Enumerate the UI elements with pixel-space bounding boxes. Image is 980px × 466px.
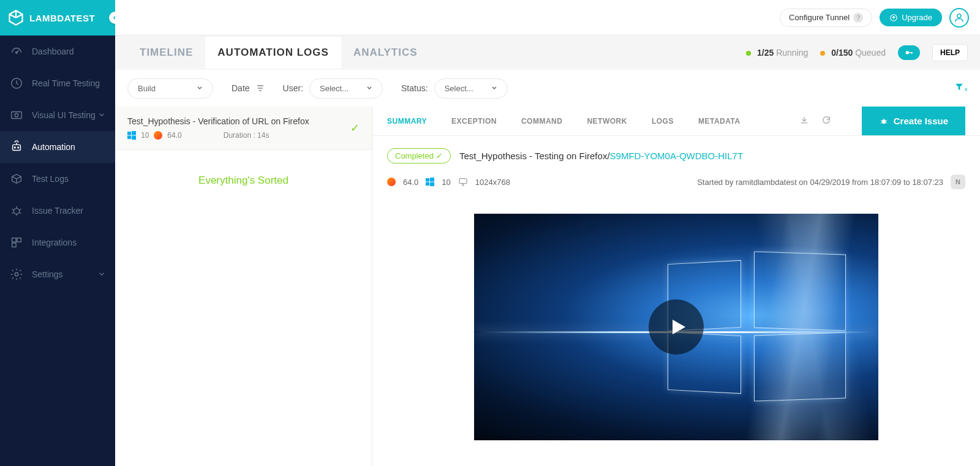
sort-icon [256, 84, 265, 92]
sidebar-item-label: Visual UI Testing [32, 110, 96, 120]
detail-tab-network[interactable]: NETWORK [587, 117, 627, 126]
n-badge: N [951, 175, 965, 189]
user-filter-label: User: [283, 83, 303, 93]
upgrade-label: Upgrade [902, 13, 932, 22]
detail-tab-metadata[interactable]: METADATA [698, 117, 741, 126]
user-icon [954, 12, 965, 23]
tab-analytics[interactable]: ANALYTICS [341, 37, 430, 69]
gear-icon [10, 268, 23, 281]
svg-point-21 [881, 119, 886, 124]
sidebar-item-label: Dashboard [32, 47, 74, 56]
session-id-link[interactable]: S9MFD-YOM0A-QWDBO-HIL7T [610, 151, 744, 161]
upgrade-button[interactable]: Upgrade [880, 9, 942, 26]
check-icon: ✓ [350, 121, 360, 135]
gauge-icon [10, 45, 23, 58]
tab-timeline[interactable]: TIMELINE [127, 37, 205, 69]
robot-icon [10, 140, 23, 154]
sorted-message: Everything's Sorted [115, 150, 372, 211]
download-icon [799, 115, 809, 125]
filter-funnel-button[interactable]: × [954, 82, 968, 94]
content-split: Test_Hypothesis - Verification of URL on… [115, 107, 980, 466]
brand-name: LAMBDATEST [29, 13, 95, 23]
tab-automation-logs[interactable]: AUTOMATION LOGS [205, 37, 341, 69]
profile-button[interactable] [949, 8, 969, 28]
svg-rect-4 [13, 145, 21, 150]
status-badge: Completed ✓ [387, 148, 451, 163]
detail-tab-command[interactable]: COMMAND [521, 117, 563, 126]
sidebar-item-label: Automation [32, 142, 75, 152]
sidebar-item-test-logs[interactable]: Test Logs [0, 163, 115, 195]
svg-rect-2 [12, 112, 22, 119]
key-icon [904, 48, 914, 58]
grid-icon [10, 236, 23, 249]
svg-rect-9 [17, 238, 21, 242]
sidebar-item-label: Integrations [32, 238, 77, 247]
main-content: TIMELINE AUTOMATION LOGS ANALYTICS 1/25 … [115, 36, 980, 466]
create-issue-label: Create Issue [894, 116, 948, 126]
brand-logo-icon [7, 9, 24, 26]
running-label: Running [776, 48, 808, 58]
sidebar: LAMBDATEST Dashboard Real Time Testing V… [0, 0, 115, 466]
resolution: 1024x768 [475, 178, 510, 187]
check-icon: ✓ [436, 151, 443, 160]
sidebar-item-dashboard[interactable]: Dashboard [0, 36, 115, 67]
monitor-icon [458, 177, 468, 187]
bug-icon [10, 204, 23, 217]
status-dot-queued-icon [820, 51, 825, 56]
create-issue-button[interactable]: Create Issue [862, 107, 965, 135]
chevron-down-icon [366, 85, 372, 91]
svg-rect-18 [132, 131, 136, 135]
sidebar-item-issue-tracker[interactable]: Issue Tracker [0, 195, 115, 227]
running-stat: 1/25 Running [746, 48, 808, 58]
detail-tab-logs[interactable]: LOGS [652, 117, 674, 126]
chevron-down-icon [491, 85, 497, 91]
video-container [372, 201, 980, 453]
play-icon [667, 316, 689, 338]
chevron-down-icon [197, 85, 203, 91]
status-filter-label: Status: [401, 83, 428, 93]
eye-icon [10, 108, 23, 122]
browser-version: 64.0 [167, 131, 181, 140]
firefox-icon [387, 178, 396, 186]
svg-rect-26 [459, 179, 467, 184]
firefox-icon [154, 131, 162, 140]
access-key-button[interactable] [898, 45, 920, 60]
svg-point-11 [15, 272, 18, 276]
funnel-icon [954, 82, 964, 92]
svg-point-6 [18, 147, 19, 148]
sidebar-item-visual-ui[interactable]: Visual UI Testing [0, 99, 115, 131]
refresh-button[interactable] [821, 115, 831, 127]
sidebar-item-integrations[interactable]: Integrations [0, 227, 115, 258]
play-button[interactable] [649, 299, 704, 355]
test-list-item[interactable]: Test_Hypothesis - Verification of URL on… [115, 107, 372, 150]
sidebar-item-label: Issue Tracker [32, 206, 83, 216]
status-filter-select[interactable]: Select... [434, 78, 508, 99]
queued-count: 0/150 [831, 48, 853, 58]
build-filter-select[interactable]: Build [127, 78, 213, 99]
download-button[interactable] [799, 115, 809, 127]
date-filter[interactable]: Date [232, 83, 265, 93]
svg-rect-24 [426, 182, 429, 186]
svg-rect-20 [132, 136, 136, 140]
sidebar-item-settings[interactable]: Settings [0, 258, 115, 290]
svg-point-13 [957, 14, 961, 18]
sidebar-item-automation[interactable]: Automation [0, 131, 115, 163]
svg-rect-10 [12, 243, 16, 247]
svg-rect-8 [12, 238, 16, 242]
svg-point-7 [13, 208, 19, 214]
os-version: 10 [442, 178, 450, 187]
svg-rect-19 [127, 136, 131, 140]
detail-tab-summary[interactable]: SUMMARY [387, 117, 427, 126]
test-item-title: Test_Hypothesis - Verification of URL on… [127, 116, 360, 126]
sidebar-item-realtime[interactable]: Real Time Testing [0, 67, 115, 99]
session-video [474, 214, 878, 440]
detail-tab-exception[interactable]: EXCEPTION [451, 117, 497, 126]
bug-icon [879, 116, 889, 126]
svg-rect-23 [430, 178, 434, 182]
user-filter-select[interactable]: Select... [309, 78, 383, 99]
svg-point-5 [14, 147, 15, 148]
svg-point-3 [15, 113, 18, 117]
configure-tunnel-button[interactable]: Configure Tunnel ? [780, 9, 872, 27]
summary-meta-row: 64.0 10 1024x768 Started by ramitdlambda… [372, 170, 980, 201]
help-button[interactable]: HELP [932, 44, 968, 61]
